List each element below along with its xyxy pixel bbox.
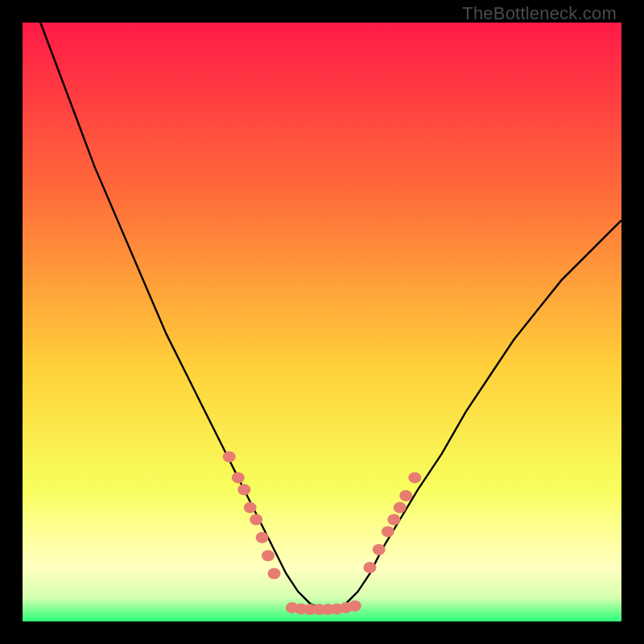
marker-right-cluster xyxy=(373,544,386,555)
gradient-background xyxy=(23,23,621,621)
marker-right-cluster xyxy=(364,562,377,573)
marker-left-cluster xyxy=(256,532,269,543)
marker-left-cluster xyxy=(250,514,262,526)
marker-right-cluster xyxy=(382,526,394,537)
marker-left-cluster xyxy=(237,484,250,495)
marker-right-cluster xyxy=(394,502,407,514)
bottleneck-chart xyxy=(23,23,621,621)
plot-frame xyxy=(23,23,621,621)
marker-bottom-cluster xyxy=(349,601,361,612)
marker-right-cluster xyxy=(408,472,421,483)
marker-left-cluster xyxy=(223,451,236,462)
marker-right-cluster xyxy=(387,514,400,526)
marker-left-cluster xyxy=(268,568,281,580)
marker-left-cluster xyxy=(262,550,275,561)
marker-right-cluster xyxy=(399,490,412,502)
marker-left-cluster xyxy=(232,472,245,483)
marker-left-cluster xyxy=(244,502,257,514)
watermark-text: TheBottleneck.com xyxy=(462,3,617,24)
